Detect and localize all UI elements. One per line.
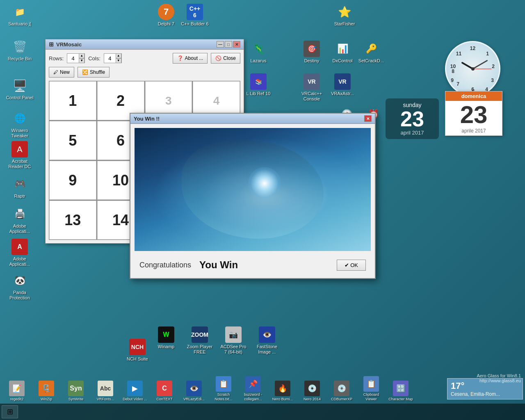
orange-cal-date: 23 [445, 101, 502, 128]
rows-label: Rows: [49, 55, 64, 62]
aero-glass-line1: Aero Glass for Win8.1 [477, 373, 521, 378]
rows-down-arrow[interactable]: ▼ [79, 58, 84, 63]
date-number: 23 [392, 108, 432, 130]
desktop-icon-panda[interactable]: 🐼 Panda Protection [3, 271, 36, 302]
desktop-icon-winaero[interactable]: 🌐 Winaero Tweaker [3, 109, 36, 140]
congratulations-text: Congratulations [139, 261, 191, 269]
month-year: april 2017 [392, 130, 432, 136]
desktop-icon-control-panel[interactable]: 🖥️ Control Panel [3, 76, 36, 102]
cdburnerxp-icon[interactable]: 💿 CDBurnerXP [327, 379, 356, 403]
desktop-icon-santuario[interactable]: 📁 Santuario j[ [3, 2, 36, 28]
youwin-image [135, 128, 371, 251]
start-button[interactable]: ⊞ [2, 405, 18, 418]
winamp-icon[interactable]: W Winamp [150, 325, 183, 356]
orange-cal-header: domenica [445, 91, 502, 101]
nero2014-icon[interactable]: 💿 Nero 2014 [297, 379, 327, 403]
winzip-icon[interactable]: 🗜️ WinZip [32, 379, 61, 403]
vrmosaic-titlebar: ⊞ VRMosaic — □ ✕ [46, 39, 244, 50]
vrlazyedit-icon[interactable]: 👁️ VRLazyEdi... [179, 379, 209, 403]
youwin-dialog: You Win !! ✕ Congratulations You Win ✔ O… [130, 113, 376, 279]
desktop-icon-setcrack[interactable]: 🔑 SetCrackD... [355, 39, 388, 65]
analog-clock: 12 1 2 3 4 5 6 7 8 9 10 11 [445, 41, 500, 96]
desktop-icon-recycle-bin[interactable]: 🗑️ Recycle Bin [3, 37, 36, 63]
zoom-player-icon[interactable]: ZOOM Zoom Player FREE [183, 325, 216, 356]
you-win-text: You Win [199, 259, 337, 271]
control-panel-label: Control Panel [6, 95, 34, 100]
weather-location: Cesena, Emilia-Rom... [451, 391, 519, 397]
regedit2-icon[interactable]: 📝 regedit2 [2, 379, 32, 403]
desktop-icon-raptr[interactable]: 🎮 Raptr [3, 174, 36, 201]
synwrite-icon[interactable]: Syn SynWrite [61, 379, 91, 403]
desktop-icon-adobe[interactable]: A Adobe Applicati... [3, 237, 36, 269]
orange-calendar: domenica 23 aprile 2017 [445, 91, 502, 136]
shuffle-button[interactable]: 🔀 Shuffle [78, 67, 110, 78]
rows-input[interactable]: 4 [67, 55, 79, 62]
faststone-icon[interactable]: 👁️ FastStone Image ... [251, 325, 283, 356]
desktop-icon-acrobat[interactable]: A Acrobat Reader DC [3, 139, 36, 171]
nero-burning-icon[interactable]: 🔥 Nero Burni... [268, 379, 297, 403]
cols-down-arrow[interactable]: ▼ [116, 58, 121, 63]
taskbar: ⊞ [0, 404, 525, 420]
youwin-close-button[interactable]: ✕ [364, 115, 372, 122]
cols-label: Cols: [88, 55, 100, 62]
aero-glass-line2: http://www.glass8.eu [477, 378, 521, 383]
desktop-icon-delphi[interactable]: 7 Delphi 7 [150, 2, 183, 28]
middle-icons-row: W Winamp ZOOM Zoom Player FREE 📷 ACDSee … [150, 325, 283, 356]
scratch-notes-icon[interactable]: 📋 Scratch Notes.txt... [209, 375, 238, 403]
clipboard-viewer-icon[interactable]: 📋 Clipboard Viewer [356, 375, 386, 403]
nch-suite-icon[interactable]: NCH NCH Suite [121, 337, 154, 363]
desktop-icon-brother-utilities[interactable]: 🖨️ Adobe Applicati... [3, 204, 36, 236]
desktop-icon-starfisher[interactable]: ⭐ StarFisher [328, 2, 361, 28]
aero-glass-info: Aero Glass for Win8.1 http://www.glass8.… [477, 373, 521, 383]
close-window-button[interactable]: ✕ [233, 41, 240, 48]
ok-button[interactable]: ✔ OK [337, 260, 366, 271]
desktop-icon-libref[interactable]: 📚 L Lib Ref 10 [242, 72, 275, 98]
recycle-bin-label: Recycle Bin [8, 56, 32, 62]
vrfonts-icon[interactable]: Abc VRFonts... [91, 379, 120, 403]
grid-cell-9[interactable]: 9 [49, 161, 96, 200]
grid-cell-13[interactable]: 13 [49, 201, 96, 240]
vrmosaic-icon: ⊞ [49, 41, 54, 48]
cols-input[interactable]: 4 [104, 55, 116, 62]
acdsee-icon[interactable]: 📷 ACDSee Pro 7 (64-bit) [217, 325, 250, 356]
cols-up-arrow[interactable]: ▲ [116, 53, 121, 58]
grid-cell-5[interactable]: 5 [49, 121, 96, 160]
desktop-icon-destiny[interactable]: 🎯 Destiny [295, 39, 328, 65]
grid-cell-1[interactable]: 1 [49, 81, 96, 120]
desktop-icon-cpp[interactable]: C++6 C++ Builder 6 [178, 2, 211, 28]
youwin-title: You Win !! [134, 116, 160, 122]
debut-video-icon[interactable]: ▶ Debut Video ... [120, 379, 150, 403]
buzzword-icon[interactable]: 📌 buzzword - collegam... [238, 375, 268, 403]
minimize-button[interactable]: — [217, 41, 224, 48]
vrmosaic-title: VRMosaic [56, 41, 82, 48]
sunday-widget: sunday 23 april 2017 [386, 98, 439, 139]
orange-cal-month: aprile 2017 [445, 128, 502, 135]
desktop-icon-vrcalc[interactable]: VR VRCalc++ Console [295, 72, 328, 103]
bottom-row: 📝 regedit2 🗜️ WinZip Syn SynWrite Abc VR… [0, 375, 418, 403]
character-map-icon[interactable]: 🔡 Character Map [386, 379, 415, 403]
close-button[interactable]: 🚫 Close [211, 53, 240, 64]
maximize-button[interactable]: □ [225, 41, 232, 48]
new-button[interactable]: 🖊 New [49, 67, 74, 78]
about-button[interactable]: ❓ About ... [173, 53, 208, 64]
rows-up-arrow[interactable]: ▲ [79, 53, 84, 58]
desktop-icon-lazarus[interactable]: 🦎 Lazarus [242, 39, 275, 65]
youwin-titlebar: You Win !! ✕ [130, 114, 375, 124]
desktop-icon-dxcontrol[interactable]: 📊 DxControl [326, 39, 359, 65]
desktop-icon-vraxastr[interactable]: VR VRAxAstr... [326, 72, 359, 98]
context-icon[interactable]: C ConTEXT [150, 379, 179, 403]
